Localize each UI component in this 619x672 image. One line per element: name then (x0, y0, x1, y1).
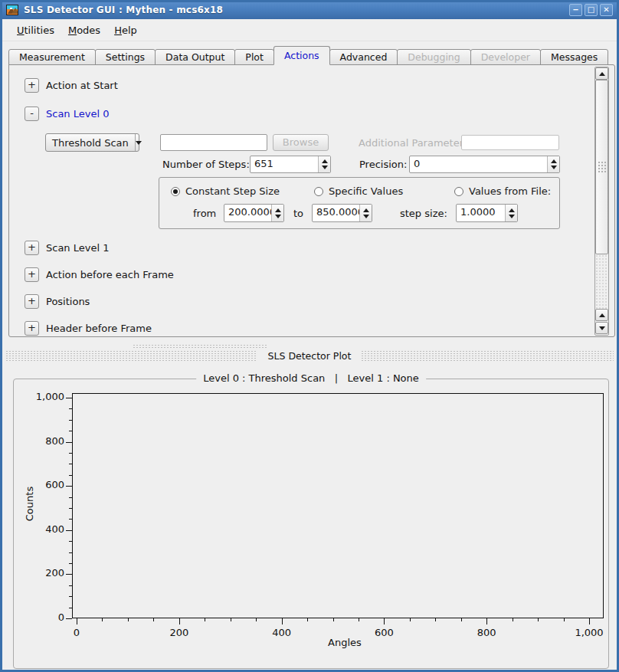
tick-label: 400 (14, 523, 64, 535)
tick-mark (69, 596, 72, 597)
radio-constant-step-size[interactable]: Constant Step Size (171, 185, 280, 197)
tab-developer: Developer (470, 49, 541, 65)
plot-dock-titlebar[interactable]: SLS Detector Plot (5, 350, 614, 362)
collapse-scan-level-0-button[interactable]: - (25, 107, 39, 121)
app-icon (6, 5, 18, 15)
menu-modes[interactable]: Modes (61, 22, 107, 38)
tick-mark (69, 408, 72, 409)
tick-mark (69, 497, 72, 498)
scroll-up-button[interactable] (595, 67, 608, 80)
titlebar[interactable]: SLS Detector GUI : Mythen - mcs6x18 − □ … (0, 0, 619, 19)
tick-mark (564, 618, 565, 621)
section-header-before-frame-label: Header before Frame (46, 323, 152, 334)
tick-mark (333, 618, 334, 621)
menu-utilities[interactable]: Utilities (10, 22, 61, 38)
chevron-down-icon[interactable] (135, 134, 142, 151)
tab-bar: Measurement Settings Data Output Plot Ac… (8, 46, 608, 65)
radio-icon[interactable] (171, 187, 180, 196)
tick-mark (69, 541, 72, 542)
tick-mark (69, 420, 72, 421)
tick-mark (66, 486, 72, 487)
expand-positions-button[interactable]: + (25, 294, 39, 309)
grip-icon (598, 161, 606, 173)
tab-settings[interactable]: Settings (95, 49, 156, 65)
close-button[interactable]: ✕ (600, 4, 613, 16)
tick-label: 200 (152, 627, 206, 638)
radio-values-from-file[interactable]: Values from File: (454, 185, 551, 197)
scan-mode-combobox[interactable]: Threshold Scan (45, 133, 139, 152)
menu-bar: Utilities Modes Help (2, 19, 617, 41)
expand-header-before-frame-button[interactable]: + (25, 321, 39, 336)
y-axis-title: Counts (24, 481, 35, 527)
tick-mark (589, 618, 590, 624)
tick-mark (69, 585, 72, 586)
scroll-down-button[interactable] (595, 322, 608, 334)
tick-mark (102, 618, 103, 621)
tick-mark (128, 618, 129, 621)
additional-parameter-label: Additional Parameter: (359, 137, 467, 149)
spinner-arrows-icon[interactable] (359, 205, 372, 221)
tab-messages[interactable]: Messages (540, 49, 608, 65)
tick-mark (179, 618, 180, 624)
spinner-arrows-icon[interactable] (271, 205, 283, 221)
tick-label: 400 (255, 627, 309, 638)
tick-mark (69, 608, 72, 608)
tick-mark (66, 574, 72, 575)
spinner-arrows-icon[interactable] (547, 156, 559, 172)
step-size-spinner[interactable]: 1.0000 (456, 204, 518, 222)
expand-scan-level-1-button[interactable]: + (25, 241, 39, 255)
tick-mark (69, 552, 72, 553)
menu-help[interactable]: Help (107, 22, 144, 38)
from-value: 200.0000 (224, 205, 271, 221)
tick-label: 800 (460, 627, 513, 638)
precision-value: 0 (410, 156, 547, 172)
tick-mark (256, 618, 257, 621)
section-scan-level-0-label: Scan Level 0 (46, 108, 109, 120)
tab-advanced[interactable]: Advanced (329, 49, 398, 65)
tick-label: 0 (50, 627, 103, 638)
arrow-up-icon (599, 313, 605, 317)
scrollbar-thumb[interactable] (595, 80, 608, 254)
number-of-steps-value: 651 (251, 156, 318, 172)
maximize-button[interactable]: □ (585, 4, 598, 16)
from-spinner[interactable]: 200.0000 (224, 204, 284, 222)
radio-specific-values[interactable]: Specific Values (314, 185, 403, 197)
splitter-handle[interactable] (133, 344, 267, 348)
spinner-arrows-icon[interactable] (318, 156, 330, 172)
tick-mark (205, 618, 205, 621)
tick-mark (69, 464, 72, 464)
window-title: SLS Detector GUI : Mythen - mcs6x18 (24, 5, 223, 15)
number-of-steps-spinner[interactable]: 651 (250, 156, 331, 173)
plot-title: Level 0 : Threshold Scan | Level 1 : Non… (196, 372, 426, 384)
to-spinner[interactable]: 850.0000 (312, 204, 372, 222)
minimize-button[interactable]: − (569, 4, 582, 16)
browse-button: Browse (273, 134, 329, 151)
scan-script-input[interactable] (160, 134, 267, 151)
tab-plot[interactable]: Plot (234, 49, 274, 65)
x-axis-title: Angles (310, 637, 379, 648)
expand-action-at-start-button[interactable]: + (25, 78, 39, 93)
tab-debugging: Debugging (397, 49, 470, 65)
tab-actions[interactable]: Actions (273, 46, 330, 65)
radio-icon[interactable] (314, 187, 323, 196)
tick-label: 1,000 (562, 627, 616, 638)
tick-label: 0 (14, 611, 64, 623)
tick-label: 200 (14, 567, 64, 579)
tick-mark (69, 563, 72, 564)
precision-spinner[interactable]: 0 (409, 156, 560, 173)
radio-icon[interactable] (454, 187, 463, 196)
spinner-arrows-icon[interactable] (505, 205, 517, 221)
tick-mark (69, 431, 72, 431)
scan-mode-value: Threshold Scan (46, 137, 135, 149)
tick-mark (538, 618, 539, 621)
scroll-up-button-2[interactable] (595, 309, 608, 321)
expand-action-before-each-frame-button[interactable]: + (25, 267, 39, 282)
plot-dock-title: SLS Detector Plot (257, 350, 362, 362)
tick-mark (307, 618, 308, 621)
vertical-scrollbar[interactable] (594, 67, 609, 336)
tab-data-output[interactable]: Data Output (155, 49, 235, 65)
tick-mark (435, 618, 436, 621)
to-label: to (293, 208, 303, 219)
tab-measurement[interactable]: Measurement (8, 49, 96, 65)
plot-canvas[interactable] (72, 393, 604, 618)
